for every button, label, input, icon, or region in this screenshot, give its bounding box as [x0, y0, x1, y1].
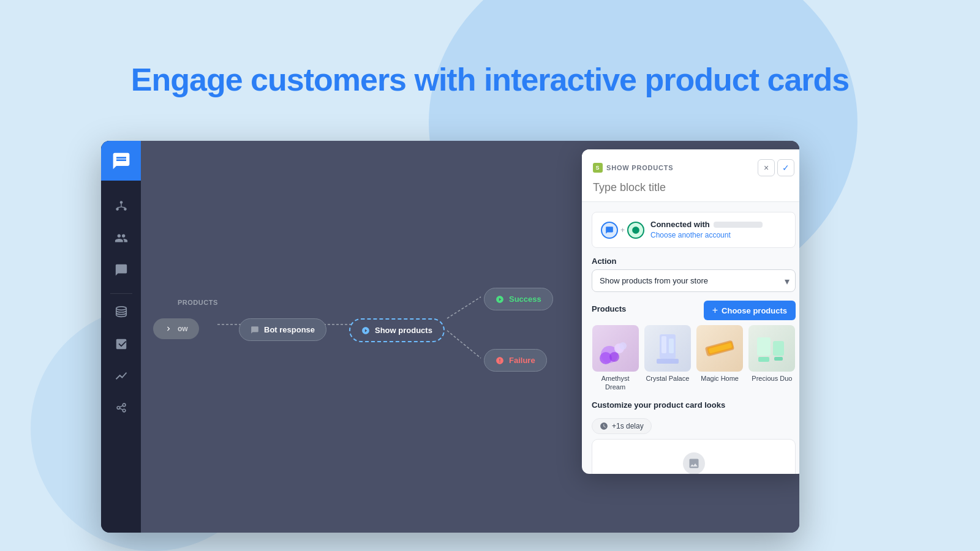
- delay-label: +1s delay: [612, 422, 644, 430]
- choose-account-link[interactable]: Choose another account: [650, 231, 731, 239]
- node-flow-label: ow: [178, 324, 188, 333]
- svg-rect-22: [662, 336, 666, 353]
- canvas-area: PRODUCTS ow Bot response Show products: [141, 141, 799, 533]
- node-show-products[interactable]: Show products: [349, 318, 445, 342]
- node-bot-label: Bot response: [264, 325, 315, 334]
- svg-point-6: [116, 307, 126, 310]
- org-icon: [115, 200, 128, 213]
- panel-block-label: S SHOW PRODUCTS: [593, 163, 673, 173]
- svg-line-5: [121, 207, 125, 208]
- svg-line-11: [119, 408, 123, 410]
- conversations-icon: [115, 263, 128, 277]
- sidebar-item-contacts[interactable]: [108, 225, 135, 252]
- preview-card: [592, 439, 796, 474]
- svg-point-2: [124, 208, 127, 211]
- plus-icon: +: [712, 305, 718, 316]
- amethyst-artwork: [592, 325, 639, 372]
- contacts-icon: [115, 231, 128, 245]
- product-card-crystal[interactable]: Crystal Palace: [644, 325, 691, 392]
- sidebar-item-conversations[interactable]: [108, 257, 135, 283]
- svg-rect-30: [758, 357, 769, 362]
- sidebar-item-org[interactable]: [108, 193, 135, 220]
- store-icon-bubble: [627, 222, 644, 239]
- magic-artwork: [696, 325, 743, 372]
- plus-sign: +: [620, 226, 625, 234]
- bot-node-icon: [251, 326, 259, 334]
- failure-node-icon: [496, 356, 504, 365]
- analytics-icon: [115, 337, 128, 351]
- node-failure[interactable]: Failure: [484, 349, 547, 372]
- svg-point-18: [609, 352, 619, 362]
- panel-body: + Connected with Choose another accoun: [582, 202, 799, 474]
- products-section: Products + Choose products: [592, 301, 796, 392]
- preview-placeholder-icon: [683, 452, 705, 474]
- app-bubble-icon: [605, 226, 614, 234]
- svg-rect-24: [657, 359, 679, 364]
- customize-section-label: Customize your product card looks: [592, 400, 796, 410]
- sidebar-item-analytics[interactable]: [108, 331, 135, 358]
- action-section-label: Action: [592, 257, 796, 266]
- svg-rect-23: [669, 339, 674, 353]
- sidebar-logo[interactable]: [101, 141, 141, 181]
- svg-point-0: [119, 201, 123, 204]
- integrations-icon: [115, 401, 128, 414]
- customize-section: Customize your product card looks +1s de…: [592, 400, 796, 474]
- panel-header-actions: × ✓: [758, 159, 794, 176]
- svg-line-15: [447, 331, 481, 358]
- sidebar: [101, 141, 141, 533]
- products-grid: Amethyst Dream: [592, 325, 796, 392]
- flow-node-icon: [164, 324, 173, 333]
- show-products-node-icon: [361, 326, 370, 335]
- product-card-precious[interactable]: Precious Duo: [748, 325, 796, 392]
- svg-rect-28: [757, 337, 771, 356]
- svg-line-10: [119, 406, 123, 407]
- svg-point-9: [123, 409, 126, 412]
- svg-point-7: [117, 407, 120, 410]
- choose-products-label: Choose products: [722, 306, 787, 315]
- product-img-amethyst: [592, 325, 639, 372]
- product-img-precious: [748, 325, 795, 372]
- shopify-icon: S: [593, 163, 603, 173]
- show-products-panel: S SHOW PRODUCTS × ✓: [582, 149, 799, 474]
- node-success-label: Success: [509, 294, 541, 304]
- action-select[interactable]: Show products from your store: [592, 269, 796, 292]
- product-card-amethyst[interactable]: Amethyst Dream: [592, 325, 639, 392]
- svg-line-4: [117, 207, 121, 208]
- svg-point-1: [116, 208, 119, 211]
- svg-rect-31: [774, 357, 783, 361]
- database-icon: [115, 305, 128, 319]
- sidebar-item-trends[interactable]: [108, 362, 135, 389]
- heading-highlight: interactive product cards: [484, 62, 849, 97]
- node-success[interactable]: Success: [484, 288, 553, 310]
- node-bot-response[interactable]: Bot response: [239, 318, 326, 341]
- app-window: PRODUCTS ow Bot response Show products: [101, 141, 799, 533]
- sidebar-item-database[interactable]: [108, 299, 135, 326]
- success-node-icon: [496, 295, 504, 304]
- node-show-products-label: Show products: [375, 326, 432, 335]
- svg-point-20: [619, 342, 627, 350]
- node-failure-label: Failure: [509, 356, 535, 365]
- crystal-artwork: [644, 325, 691, 372]
- panel-header: S SHOW PRODUCTS × ✓: [582, 149, 799, 202]
- delay-badge[interactable]: +1s delay: [592, 418, 652, 434]
- store-bubble-icon: [631, 226, 640, 234]
- block-type-label: SHOW PRODUCTS: [606, 164, 673, 171]
- connected-text: Connected with Choose another account: [650, 220, 786, 240]
- product-img-crystal: [644, 325, 691, 372]
- sidebar-item-integrations[interactable]: [108, 394, 135, 421]
- image-placeholder-icon: [688, 457, 700, 470]
- product-card-magic[interactable]: Magic Home: [696, 325, 744, 392]
- action-select-wrapper: Show products from your store ▾: [592, 269, 796, 292]
- connected-with-label: Connected with: [650, 220, 786, 229]
- choose-products-button[interactable]: + Choose products: [704, 301, 796, 320]
- sidebar-divider-1: [110, 293, 132, 294]
- node-flow[interactable]: ow: [153, 318, 199, 339]
- panel-header-top: S SHOW PRODUCTS × ✓: [593, 159, 794, 176]
- block-title-input[interactable]: [593, 181, 794, 194]
- close-button[interactable]: ×: [758, 159, 775, 176]
- block-label: PRODUCTS: [178, 299, 218, 306]
- svg-rect-29: [773, 341, 784, 356]
- confirm-button[interactable]: ✓: [777, 159, 794, 176]
- connected-account-bar: [714, 222, 763, 228]
- main-heading: Engage customers with interactive produc…: [131, 61, 849, 98]
